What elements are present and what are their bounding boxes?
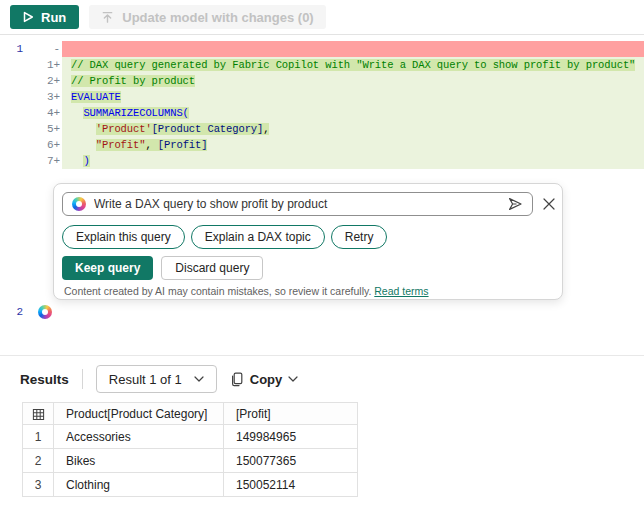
category-cell[interactable]: Clothing — [54, 473, 224, 497]
code-token: , — [145, 139, 157, 151]
ai-disclaimer: Content created by AI may contain mistak… — [64, 285, 552, 297]
gutter-diff-line-number: 7+ — [28, 153, 62, 169]
code-line-content: EVALUATE — [62, 89, 644, 105]
update-model-button[interactable]: Update model with changes (0) — [89, 5, 325, 29]
read-terms-link[interactable]: Read terms — [374, 285, 428, 297]
chevron-down-icon — [194, 376, 204, 382]
code-line[interactable]: 3+EVALUATE — [0, 89, 644, 105]
code-token: 'Product' — [96, 123, 152, 135]
copy-button[interactable]: Copy — [230, 372, 299, 387]
chevron-down-icon — [288, 376, 298, 382]
editor-cursor-line[interactable]: 2 — [0, 304, 52, 320]
gutter-original-line-number — [0, 105, 28, 121]
code-line-content: "Profit", [Profit] — [62, 137, 644, 153]
vertical-divider — [82, 369, 83, 389]
profit-cell[interactable]: 150052114 — [224, 473, 358, 497]
code-line-content: // Profit by product — [62, 73, 644, 89]
result-selector-value: Result 1 of 1 — [109, 372, 182, 387]
copy-icon — [230, 372, 244, 387]
gutter-diff-line-number: 5+ — [28, 121, 62, 137]
gutter-original-line-number — [0, 73, 28, 89]
send-icon[interactable] — [507, 196, 523, 212]
copilot-prompt-input[interactable]: Write a DAX query to show profit by prod… — [62, 192, 533, 216]
code-line[interactable]: 1- — [0, 41, 644, 57]
gutter-diff-line-number: 2+ — [28, 73, 62, 89]
column-header-product-category[interactable]: Product[Product Category] — [54, 403, 224, 425]
code-line-content: // DAX query generated by Fabric Copilot… — [62, 57, 644, 73]
explain-this-query-button[interactable]: Explain this query — [62, 225, 185, 249]
code-token: SUMMARIZECOLUMNS( — [83, 107, 188, 119]
dax-query-view: Run Update model with changes (0) 1-1+//… — [0, 0, 644, 506]
code-token — [71, 123, 96, 135]
code-line-content — [62, 41, 644, 57]
select-all-cell[interactable] — [23, 403, 54, 425]
code-line[interactable]: 2+// Profit by product — [0, 73, 644, 89]
play-icon — [23, 11, 34, 23]
code-token: [Profit] — [158, 139, 208, 151]
copilot-prompt-row: Write a DAX query to show profit by prod… — [62, 192, 556, 216]
code-token: // DAX query generated by Fabric Copilot… — [71, 59, 635, 71]
dax-editor[interactable]: 1-1+// DAX query generated by Fabric Cop… — [0, 41, 644, 169]
code-token: EVALUATE — [71, 91, 121, 103]
row-number-cell[interactable]: 3 — [23, 473, 54, 497]
code-line[interactable]: 5+ 'Product'[Product Category], — [0, 121, 644, 137]
code-token: , — [263, 123, 269, 135]
code-line-content: 'Product'[Product Category], — [62, 121, 644, 137]
gutter-diff-line-number: - — [28, 41, 62, 57]
explain-a-dax-topic-button[interactable]: Explain a DAX topic — [191, 225, 325, 249]
copilot-icon — [72, 197, 86, 211]
copilot-suggestions: Explain this query Explain a DAX topic R… — [62, 225, 387, 249]
profit-cell[interactable]: 149984965 — [224, 425, 358, 449]
gutter-original-line-number: 1 — [0, 41, 28, 57]
code-line-content: SUMMARIZECOLUMNS( — [62, 105, 644, 121]
run-button[interactable]: Run — [10, 5, 79, 29]
update-model-label: Update model with changes (0) — [122, 10, 313, 25]
upload-arrow-icon — [101, 11, 114, 24]
table-grid-icon — [32, 408, 45, 421]
category-cell[interactable]: Bikes — [54, 449, 224, 473]
code-token — [71, 155, 83, 167]
code-line-content: ) — [62, 153, 644, 169]
keep-query-button[interactable]: Keep query — [62, 256, 153, 280]
code-token: "Profit" — [96, 139, 146, 151]
code-token: ) — [83, 155, 89, 167]
gutter-original-line-number — [0, 153, 28, 169]
table-row[interactable]: 2Bikes150077365 — [23, 449, 358, 473]
prompt-text: Write a DAX query to show profit by prod… — [94, 197, 499, 211]
gutter-original-line-number — [0, 121, 28, 137]
ai-disclaimer-text: Content created by AI may contain mistak… — [64, 285, 371, 297]
code-token — [71, 139, 96, 151]
code-line[interactable]: 1+// DAX query generated by Fabric Copil… — [0, 57, 644, 73]
code-line[interactable]: 6+ "Profit", [Profit] — [0, 137, 644, 153]
code-token: // Profit by product — [71, 75, 195, 87]
gutter-diff-line-number: 1+ — [28, 57, 62, 73]
copilot-icon[interactable] — [38, 305, 52, 319]
discard-query-button[interactable]: Discard query — [161, 256, 263, 280]
close-icon[interactable] — [542, 197, 556, 211]
gutter-diff-line-number: 4+ — [28, 105, 62, 121]
code-line[interactable]: 7+ ) — [0, 153, 644, 169]
editor-gutter-line-number: 2 — [0, 306, 28, 318]
copilot-inline-widget: Write a DAX query to show profit by prod… — [53, 183, 563, 300]
row-number-cell[interactable]: 1 — [23, 425, 54, 449]
results-divider — [0, 355, 644, 356]
copilot-actions: Keep query Discard query — [62, 256, 263, 280]
retry-button[interactable]: Retry — [331, 225, 388, 249]
row-number-cell[interactable]: 2 — [23, 449, 54, 473]
run-label: Run — [41, 10, 66, 25]
gutter-diff-line-number: 3+ — [28, 89, 62, 105]
gutter-original-line-number — [0, 57, 28, 73]
gutter-original-line-number — [0, 89, 28, 105]
results-toolbar: Results Result 1 of 1 Copy — [20, 364, 298, 394]
code-line[interactable]: 4+ SUMMARIZECOLUMNS( — [0, 105, 644, 121]
category-cell[interactable]: Accessories — [54, 425, 224, 449]
profit-cell[interactable]: 150077365 — [224, 449, 358, 473]
gutter-original-line-number — [0, 137, 28, 153]
table-row[interactable]: 3Clothing150052114 — [23, 473, 358, 497]
code-token: [Product Category] — [152, 123, 264, 135]
column-header-profit[interactable]: [Profit] — [224, 403, 358, 425]
copy-label: Copy — [250, 372, 283, 387]
result-selector-dropdown[interactable]: Result 1 of 1 — [96, 365, 217, 393]
table-row[interactable]: 1Accessories149984965 — [23, 425, 358, 449]
results-label: Results — [20, 372, 69, 387]
